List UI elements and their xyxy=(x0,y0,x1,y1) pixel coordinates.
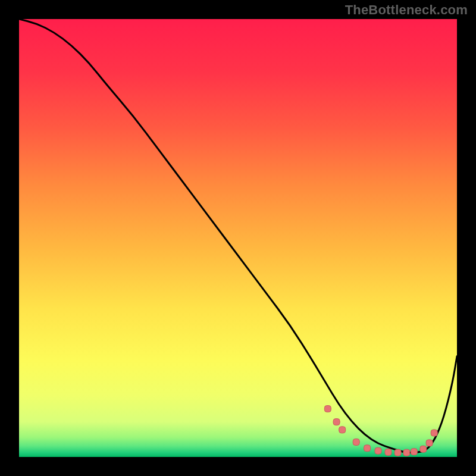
curve-marker xyxy=(385,449,392,455)
curve-marker xyxy=(333,419,340,425)
plot-area xyxy=(19,19,457,457)
curve-marker xyxy=(403,449,410,456)
curve-marker xyxy=(431,430,437,436)
chart-svg xyxy=(19,19,457,457)
curve-marker xyxy=(426,440,433,446)
curve-marker xyxy=(364,445,371,452)
curve-marker xyxy=(353,439,359,445)
curve-marker xyxy=(375,447,381,454)
chart-stage: TheBottleneck.com xyxy=(0,0,476,476)
curve-marker xyxy=(411,449,417,455)
curve-marker xyxy=(420,446,427,452)
curve-marker xyxy=(324,406,331,412)
gradient-background xyxy=(19,19,457,457)
curve-marker xyxy=(339,427,346,433)
curve-marker xyxy=(394,449,401,456)
watermark-text: TheBottleneck.com xyxy=(345,2,468,18)
